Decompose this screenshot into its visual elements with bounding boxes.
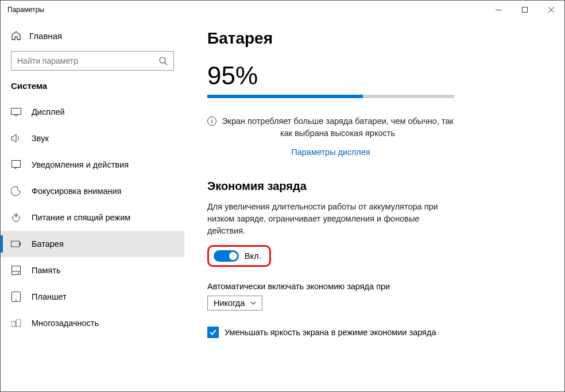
power-icon (11, 212, 21, 223)
saver-description: Для увеличения длительности работы от ак… (207, 201, 454, 237)
auto-saver-label: Автоматически включать экономию заряда п… (207, 282, 538, 291)
sidebar-item-sound[interactable]: Звук (1, 125, 184, 152)
svg-rect-11 (11, 241, 19, 247)
sidebar-item-display[interactable]: Дисплей (1, 99, 184, 125)
sidebar-item-power[interactable]: Питание и спящий режим (1, 204, 184, 231)
tablet-icon (11, 292, 21, 302)
battery-bar (207, 95, 454, 98)
saver-title: Экономия заряда (207, 180, 538, 193)
window-title: Параметры (7, 6, 485, 14)
brightness-checkbox-label: Уменьшать яркость экрана в режиме эконом… (225, 328, 436, 337)
chevron-down-icon (250, 301, 256, 305)
svg-rect-1 (523, 7, 528, 13)
search-field[interactable] (17, 56, 158, 65)
svg-point-17 (16, 300, 17, 301)
display-icon (11, 107, 21, 117)
battery-icon (11, 239, 21, 249)
home-link[interactable]: Главная (1, 27, 184, 46)
toggle-state-label: Вкл. (245, 251, 261, 261)
sidebar-item-tablet[interactable]: Планшет (1, 284, 184, 310)
minimize-button[interactable] (485, 1, 512, 19)
home-label: Главная (29, 31, 62, 41)
sidebar-item-label: Батарея (32, 239, 64, 249)
svg-rect-8 (12, 161, 21, 168)
sidebar-item-notifications[interactable]: Уведомления и действия (1, 152, 184, 178)
svg-rect-13 (12, 266, 21, 275)
maximize-button[interactable] (512, 1, 538, 19)
battery-saver-toggle[interactable] (214, 250, 239, 262)
sound-icon (11, 133, 21, 143)
notifications-icon (11, 160, 21, 170)
sidebar-nav: Дисплей Звук Уведомления и действия Фоку… (1, 99, 184, 336)
home-icon (11, 30, 21, 41)
storage-icon (11, 265, 21, 275)
search-input[interactable] (11, 51, 174, 71)
info-row: i Экран потребляет больше заряда батареи… (207, 115, 454, 139)
page-title: Батарея (207, 29, 538, 48)
svg-line-5 (165, 63, 167, 65)
sidebar-item-label: Планшет (32, 292, 67, 301)
sidebar-item-label: Фокусировка внимания (32, 187, 121, 196)
sidebar-item-multitasking[interactable]: Многозадачность (1, 310, 184, 336)
svg-point-4 (160, 57, 165, 63)
window-controls (485, 1, 564, 19)
sidebar-item-battery[interactable]: Батарея (1, 231, 184, 257)
svg-rect-18 (11, 321, 16, 327)
sidebar-item-label: Звук (32, 134, 49, 143)
multitasking-icon (11, 318, 21, 328)
dropdown-value: Никогда (214, 298, 245, 308)
focus-icon (11, 186, 21, 196)
sidebar-item-focus[interactable]: Фокусировка внимания (1, 178, 184, 204)
search-icon (158, 56, 168, 65)
svg-rect-12 (20, 242, 21, 245)
sidebar-item-label: Дисплей (32, 107, 65, 117)
svg-rect-0 (496, 10, 501, 10)
info-text: Экран потребляет больше заряда батареи, … (221, 115, 454, 139)
auto-saver-dropdown[interactable]: Никогда (207, 296, 262, 311)
sidebar-category: Система (1, 79, 184, 99)
brightness-checkbox-row[interactable]: Уменьшать яркость экрана в режиме эконом… (207, 327, 538, 338)
battery-bar-fill (207, 95, 363, 98)
sidebar: Главная Система Дисплей Звук Уведомления… (1, 19, 184, 391)
display-settings-link[interactable]: Параметры дисплея (207, 148, 454, 157)
sidebar-item-label: Многозадачность (32, 319, 99, 328)
info-icon: i (207, 117, 216, 126)
close-button[interactable] (538, 1, 564, 19)
sidebar-item-label: Питание и спящий режим (32, 213, 130, 222)
sidebar-item-storage[interactable]: Память (1, 257, 184, 284)
svg-point-15 (18, 273, 19, 274)
titlebar: Параметры (1, 1, 564, 19)
battery-percent: 95% (207, 61, 538, 90)
highlight-annotation: Вкл. (207, 245, 271, 267)
sidebar-item-label: Память (32, 266, 61, 275)
brightness-checkbox[interactable] (207, 327, 219, 338)
sidebar-item-label: Уведомления и действия (32, 160, 129, 169)
svg-rect-14 (12, 271, 21, 275)
svg-rect-6 (11, 108, 21, 115)
svg-rect-19 (16, 319, 21, 327)
main-content: Батарея 95% i Экран потребляет больше за… (184, 19, 564, 391)
